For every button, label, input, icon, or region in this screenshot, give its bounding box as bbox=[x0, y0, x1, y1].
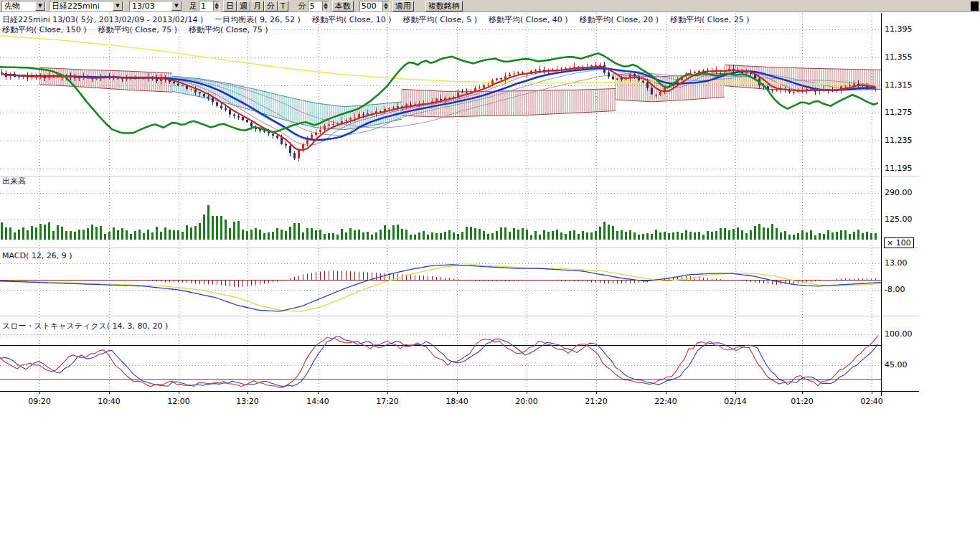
symbol-value: 日経225mini bbox=[50, 1, 113, 11]
spinner-icon[interactable] bbox=[382, 1, 389, 11]
market-type-select[interactable]: 先物 ▼ bbox=[1, 1, 46, 11]
chevron-down-icon[interactable]: ▼ bbox=[171, 1, 182, 11]
chevron-down-icon[interactable]: ▼ bbox=[35, 1, 45, 11]
toolbar: 先物 ▼ 日経225mini ▼ 13/03 ▼ 足 1 日 週 月 分 T 分… bbox=[0, 0, 980, 12]
period-tick-button[interactable]: T bbox=[278, 1, 288, 11]
contract-month-value: 13/03 bbox=[130, 1, 171, 11]
multi-symbol-button[interactable]: 複数銘柄 bbox=[425, 1, 463, 11]
minute-label: 分 bbox=[297, 1, 308, 11]
symbol-select[interactable]: 日経225mini ▼ bbox=[49, 1, 123, 11]
bar-count-button[interactable]: 本数 bbox=[332, 1, 354, 11]
minute-interval-input[interactable]: 5 bbox=[308, 1, 329, 11]
chevron-down-icon[interactable]: ▼ bbox=[113, 1, 123, 11]
apply-button[interactable]: 適用 bbox=[392, 1, 414, 11]
contract-month-select[interactable]: 13/03 ▼ bbox=[129, 1, 182, 11]
spinner-icon[interactable] bbox=[213, 1, 220, 11]
bar-count-input[interactable]: 500 bbox=[359, 1, 390, 11]
minute-interval-value: 5 bbox=[308, 1, 322, 11]
spinner-icon[interactable] bbox=[322, 1, 329, 11]
bar-type-label: 足 bbox=[188, 1, 199, 11]
period-month-button[interactable]: 月 bbox=[250, 1, 264, 11]
top-right-button[interactable] bbox=[971, 1, 979, 11]
bar-count-value: 500 bbox=[360, 1, 382, 11]
bar-interval-value: 1 bbox=[199, 1, 213, 11]
period-day-button[interactable]: 日 bbox=[223, 1, 237, 11]
period-minute-button[interactable]: 分 bbox=[264, 1, 278, 11]
chart-canvas[interactable] bbox=[0, 0, 980, 551]
bar-interval-input[interactable]: 1 bbox=[199, 1, 220, 11]
market-type-value: 先物 bbox=[2, 1, 35, 11]
chart-application-window: 先物 ▼ 日経225mini ▼ 13/03 ▼ 足 1 日 週 月 分 T 分… bbox=[0, 0, 980, 551]
period-week-button[interactable]: 週 bbox=[237, 1, 250, 11]
